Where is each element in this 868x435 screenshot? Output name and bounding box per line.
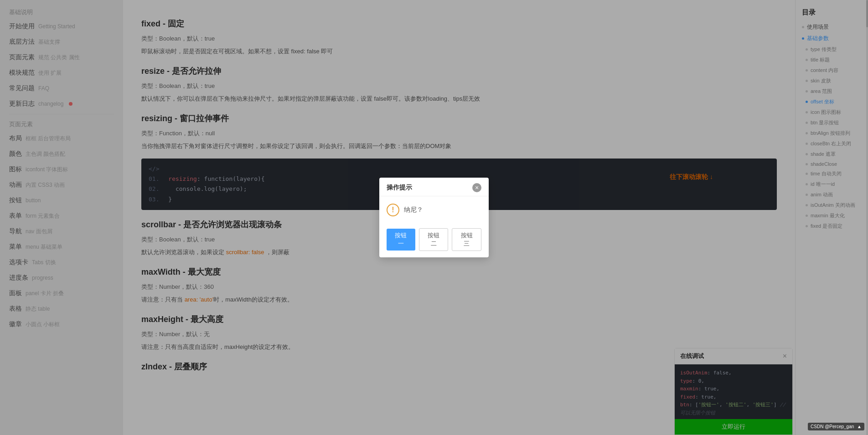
modal-body: ! 纳尼？	[379, 196, 489, 224]
csdn-text: CSDN @Percep_gan	[811, 424, 854, 429]
modal-close-button[interactable]: ×	[472, 183, 481, 192]
csdn-watermark: CSDN @Percep_gan ▲	[808, 423, 864, 430]
chevron-up-icon: ▲	[857, 424, 862, 429]
modal-text: 纳尼？	[404, 206, 423, 214]
warning-icon: !	[387, 204, 399, 216]
modal-title: 操作提示	[387, 184, 412, 192]
modal-box: 操作提示 × ! 纳尼？ 按钮一 按钮二 按钮三	[379, 178, 489, 257]
modal-footer: 按钮一 按钮二 按钮三	[379, 224, 489, 257]
modal-btn2[interactable]: 按钮二	[419, 228, 449, 251]
modal-btn3[interactable]: 按钮三	[452, 228, 481, 251]
modal-header: 操作提示 ×	[379, 178, 489, 196]
modal-btn1[interactable]: 按钮一	[387, 229, 415, 251]
modal-overlay[interactable]: 操作提示 × ! 纳尼？ 按钮一 按钮二 按钮三	[0, 0, 868, 435]
close-icon: ×	[475, 184, 479, 191]
